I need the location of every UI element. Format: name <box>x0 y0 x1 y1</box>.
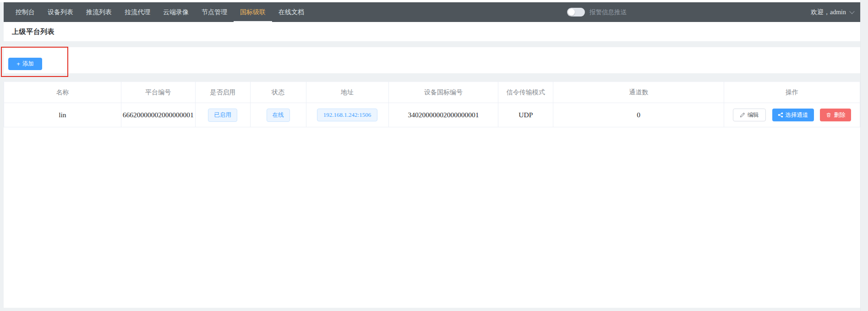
delete-button-label: 删除 <box>834 111 845 119</box>
enabled-badge: 已启用 <box>208 109 237 122</box>
pencil-icon <box>740 112 745 118</box>
delete-button[interactable]: 删除 <box>820 109 851 121</box>
col-header-enabled: 是否启用 <box>195 82 250 103</box>
cell-actions: 编辑 选择通道 删除 <box>724 103 860 127</box>
page-title: 上级平台列表 <box>12 27 55 36</box>
gb28181-platform-page: { "nav": { "items": [ { "label": "控制台", … <box>0 0 868 311</box>
scrollbar-track[interactable] <box>860 0 868 311</box>
nav-item-node-manage[interactable]: 节点管理 <box>195 2 234 22</box>
address-badge[interactable]: 192.168.1.242:1506 <box>317 109 377 121</box>
cell-address: 192.168.1.242:1506 <box>306 103 388 127</box>
trash-icon <box>826 112 831 118</box>
edit-button-label: 编辑 <box>748 111 759 119</box>
cell-status: 在线 <box>250 103 306 127</box>
plus-icon: + <box>16 61 20 67</box>
col-header-channel-count: 通道数 <box>553 82 724 103</box>
cell-transport-mode: UDP <box>498 103 553 127</box>
top-navbar: 控制台 设备列表 推流列表 拉流代理 云端录像 节点管理 国标级联 在线文档 报… <box>4 2 860 22</box>
select-channel-button[interactable]: 选择通道 <box>772 109 814 121</box>
cell-device-gb-id: 34020000002000000001 <box>388 103 498 127</box>
cell-name: lin <box>4 103 121 127</box>
nav-item-console[interactable]: 控制台 <box>9 2 41 22</box>
nav-item-push-list[interactable]: 推流列表 <box>80 2 118 22</box>
cell-platform-id: 66620000002000000001 <box>121 103 195 127</box>
cell-channel-count: 0 <box>553 103 724 127</box>
chevron-down-icon <box>849 9 854 14</box>
nav-item-gb-cascade-active[interactable]: 国标级联 <box>234 2 272 22</box>
col-header-transport-mode: 信令传输模式 <box>498 82 553 103</box>
col-header-platform-id: 平台编号 <box>121 82 195 103</box>
share-icon <box>778 112 783 118</box>
select-channel-label: 选择通道 <box>786 111 808 119</box>
alarm-push-toggle-group: 报警信息推送 <box>567 2 627 22</box>
cell-enabled: 已启用 <box>195 103 250 127</box>
status-badge: 在线 <box>267 109 290 122</box>
col-header-status: 状态 <box>250 82 306 103</box>
toggle-knob-icon <box>568 9 575 16</box>
table-row: lin 66620000002000000001 已启用 在线 192.168.… <box>4 103 860 127</box>
col-header-device-gb-id: 设备国标编号 <box>388 82 498 103</box>
edit-button[interactable]: 编辑 <box>733 109 766 121</box>
toolbar: + 添加 <box>4 47 860 73</box>
nav-item-device-list[interactable]: 设备列表 <box>41 2 80 22</box>
add-button-label: 添加 <box>22 60 34 68</box>
platform-table: 名称 平台编号 是否启用 状态 地址 设备国标编号 信令传输模式 通道数 操作 … <box>4 82 860 127</box>
user-menu[interactable]: 欢迎，admin <box>811 2 854 22</box>
table-header-row: 名称 平台编号 是否启用 状态 地址 设备国标编号 信令传输模式 通道数 操作 <box>4 82 860 103</box>
col-header-name: 名称 <box>4 82 121 103</box>
nav-item-pull-proxy[interactable]: 拉流代理 <box>118 2 157 22</box>
col-header-address: 地址 <box>306 82 388 103</box>
username: admin <box>830 9 846 16</box>
alarm-push-label: 报警信息推送 <box>590 8 627 16</box>
alarm-push-toggle[interactable] <box>567 8 585 16</box>
nav-item-online-docs[interactable]: 在线文档 <box>272 2 311 22</box>
welcome-text: 欢迎， <box>811 8 830 16</box>
page-header-bar: 上级平台列表 <box>4 22 860 41</box>
nav-item-cloud-record[interactable]: 云端录像 <box>157 2 195 22</box>
platform-table-section: 名称 平台编号 是否启用 状态 地址 设备国标编号 信令传输模式 通道数 操作 … <box>4 82 860 308</box>
col-header-actions: 操作 <box>724 82 860 103</box>
add-platform-button[interactable]: + 添加 <box>8 58 42 70</box>
